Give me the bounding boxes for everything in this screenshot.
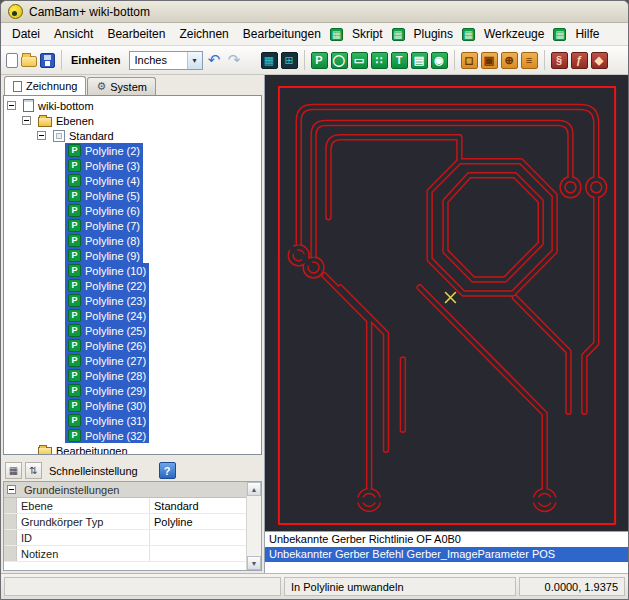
tree-item-standard[interactable]: Standard — [50, 128, 117, 143]
pcb-trace-core — [420, 287, 545, 489]
redo-icon[interactable]: ↷ — [226, 52, 243, 69]
draw-text-icon[interactable]: T — [391, 52, 408, 69]
categorized-view-icon[interactable]: ▦ — [5, 462, 22, 479]
tree-row: Bearbeitungen — [4, 443, 261, 455]
tree-item-polyline[interactable]: Polyline (4) — [65, 173, 143, 188]
property-value[interactable] — [150, 546, 246, 561]
script-tool-icon[interactable]: § — [551, 52, 568, 69]
menu-zeichnen[interactable]: Zeichnen — [172, 24, 235, 44]
mop-drill-icon[interactable]: ⊕ — [501, 52, 518, 69]
property-grid: GrundeinstellungenEbeneStandardGrundkörp… — [3, 481, 262, 571]
tree-item-polyline[interactable]: Polyline (10) — [65, 263, 149, 278]
tree-item-polyline[interactable]: Polyline (25) — [65, 323, 149, 338]
tree-item-polyline[interactable]: Polyline (31) — [65, 413, 149, 428]
tree-row: Polyline (7) — [4, 218, 261, 233]
menu-datei[interactable]: Datei — [5, 24, 47, 44]
scroll-down-icon[interactable]: ▼ — [247, 556, 261, 570]
tree-item-polyline[interactable]: Polyline (7) — [65, 218, 143, 233]
tree-item-ebenen[interactable]: Ebenen — [35, 113, 97, 128]
property-value[interactable] — [150, 530, 246, 545]
property-group-header[interactable]: Grundeinstellungen — [4, 482, 246, 498]
group-expander-icon[interactable] — [7, 485, 16, 494]
property-grid-scrollbar[interactable]: ▲ ▼ — [246, 482, 261, 570]
statusbar-empty-cell — [4, 577, 281, 596]
poly-icon — [68, 399, 81, 412]
tree-expander-icon[interactable] — [7, 101, 16, 110]
menu-hilfe[interactable]: Hilfe — [568, 24, 606, 44]
property-value[interactable]: Standard — [150, 498, 246, 513]
undo-icon[interactable]: ↶ — [206, 52, 223, 69]
tab-zeichnung[interactable]: Zeichnung — [4, 76, 86, 95]
tree-item-polyline[interactable]: Polyline (24) — [65, 308, 149, 323]
tab-system[interactable]: ⚙ System — [87, 77, 156, 95]
menu-plugins[interactable]: Plugins — [407, 24, 460, 44]
folder-icon — [38, 117, 52, 127]
tree-item-polyline[interactable]: Polyline (3) — [65, 158, 143, 173]
open-file-icon[interactable] — [21, 56, 37, 67]
draw-region-icon[interactable]: ◉ — [431, 52, 448, 69]
poly-icon — [68, 369, 81, 382]
message-row[interactable]: Unbekannter Gerber Befehl Gerber_ImagePa… — [265, 547, 628, 562]
tree-row: Polyline (9) — [4, 248, 261, 263]
menu-werkzeuge[interactable]: Werkzeuge — [477, 24, 551, 44]
poly-icon — [68, 234, 81, 247]
axes-toggle-icon[interactable]: ⊞ — [281, 52, 298, 69]
toolbar-separator — [454, 50, 455, 70]
draw-points-icon[interactable]: ∷ — [371, 52, 388, 69]
message-row[interactable]: Unbekannte Gerber Richtlinie OF A0B0 — [265, 532, 628, 547]
poly-icon — [68, 279, 81, 292]
save-file-icon[interactable] — [40, 53, 55, 68]
tree-item-polyline[interactable]: Polyline (30) — [65, 398, 149, 413]
tree-item-polyline[interactable]: Polyline (8) — [65, 233, 143, 248]
menu-bearbeitungen[interactable]: Bearbeitungen — [236, 24, 328, 44]
menu-ansicht[interactable]: Ansicht — [47, 24, 100, 44]
cambam-window: CamBam+ wiki-bottom DateiAnsichtBearbeit… — [0, 0, 629, 600]
tree-item-polyline[interactable]: Polyline (22) — [65, 278, 149, 293]
tree-item-polyline[interactable]: Polyline (5) — [65, 188, 143, 203]
new-drawing-icon[interactable] — [6, 53, 18, 68]
tree-item-polyline[interactable]: Polyline (29) — [65, 383, 149, 398]
scroll-up-icon[interactable]: ▲ — [247, 482, 261, 496]
mop-pocket-icon[interactable]: ▣ — [481, 52, 498, 69]
tree-expander-icon[interactable] — [37, 131, 46, 140]
tools-menu-icon: ▦ — [462, 28, 475, 41]
tree-row: Polyline (30) — [4, 398, 261, 413]
drawing-canvas[interactable] — [265, 75, 628, 531]
tree-item-polyline-label: Polyline (5) — [85, 190, 140, 202]
tree-item-polyline[interactable]: Polyline (27) — [65, 353, 149, 368]
help-icon[interactable]: ? — [159, 462, 176, 479]
draw-polyline-icon[interactable]: P — [311, 52, 328, 69]
nc-file-icon[interactable]: ƒ — [571, 52, 588, 69]
doc-icon — [23, 99, 34, 112]
poly-icon — [68, 384, 81, 397]
property-value[interactable]: Polyline — [150, 514, 246, 529]
tree-item-polyline[interactable]: Polyline (2) — [65, 143, 143, 158]
tree-row: Polyline (27) — [4, 353, 261, 368]
mop-engrave-icon[interactable]: ≡ — [521, 52, 538, 69]
draw-surface-icon[interactable]: ▤ — [411, 52, 428, 69]
mop-profile-icon[interactable]: ◻ — [461, 52, 478, 69]
tree-item-polyline[interactable]: Polyline (23) — [65, 293, 149, 308]
units-dropdown[interactable]: Inches ▾ — [129, 51, 203, 70]
tree-item-polyline[interactable]: Polyline (6) — [65, 203, 143, 218]
tree-row: Polyline (5) — [4, 188, 261, 203]
grid-toggle-icon[interactable]: ▦ — [261, 52, 278, 69]
units-label: Einheiten — [71, 54, 121, 66]
units-value: Inches — [135, 54, 167, 66]
menu-bearbeiten[interactable]: Bearbeiten — [100, 24, 172, 44]
tree-expander-icon[interactable] — [22, 116, 31, 125]
titlebar[interactable]: CamBam+ wiki-bottom — [1, 1, 628, 23]
tree-item-polyline-label: Polyline (10) — [85, 265, 146, 277]
tree-item-polyline[interactable]: Polyline (28) — [65, 368, 149, 383]
tree-item-polyline-label: Polyline (24) — [85, 310, 146, 322]
machining-options-icon[interactable]: ◆ — [591, 52, 608, 69]
menu-skript[interactable]: Skript — [345, 24, 390, 44]
tree-item-bearbeitungen[interactable]: Bearbeitungen — [35, 443, 131, 455]
tree-item-polyline[interactable]: Polyline (32) — [65, 428, 149, 443]
draw-circle-icon[interactable]: ◯ — [331, 52, 348, 69]
tree-item-polyline[interactable]: Polyline (26) — [65, 338, 149, 353]
alphabetical-sort-icon[interactable]: ⇅ — [25, 462, 42, 479]
draw-rectangle-icon[interactable]: ▭ — [351, 52, 368, 69]
tree-item-root[interactable]: wiki-bottom — [20, 98, 97, 113]
tree-item-polyline[interactable]: Polyline (9) — [65, 248, 143, 263]
